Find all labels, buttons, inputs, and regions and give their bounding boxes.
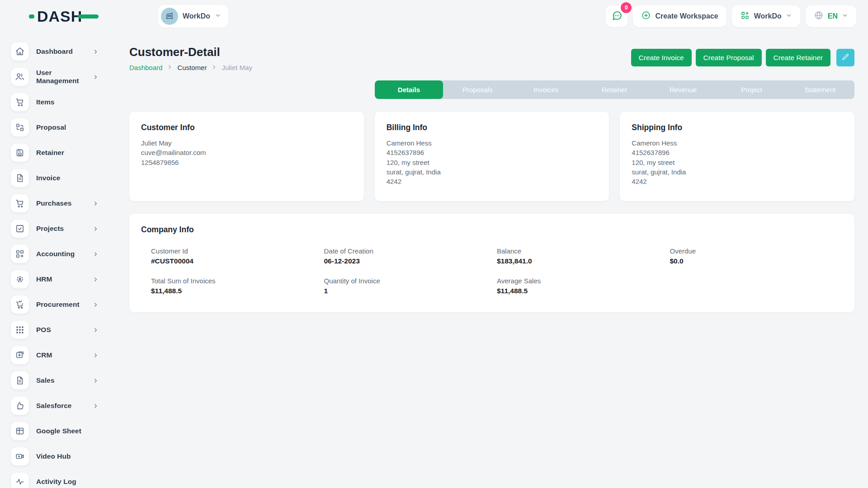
cart-icon xyxy=(11,93,29,111)
language-code: EN xyxy=(828,12,838,20)
info-line: surat, gujrat, India xyxy=(632,167,843,177)
topbar: DASH WorkDo 0 Create Workspace WorkDo EN xyxy=(0,0,868,33)
info-line: cuve@mailinator.com xyxy=(141,148,352,157)
sidebar-item-items[interactable]: Items xyxy=(11,93,106,111)
info-line: 4242 xyxy=(387,177,598,186)
edit-customer-button[interactable] xyxy=(836,49,854,66)
messages-button[interactable]: 0 xyxy=(606,5,627,27)
sidebar-item-google-sheet[interactable]: Google Sheet xyxy=(11,422,106,440)
chevron-right-icon xyxy=(93,74,99,80)
field-value: $11,488.5 xyxy=(497,287,670,295)
chevron-right-icon xyxy=(93,277,99,282)
sidebar-item-label: Sales xyxy=(36,376,85,385)
tab-retainer[interactable]: Retainer xyxy=(580,80,649,99)
billing-info-lines: Cameron Hess4152637896120, my streetsura… xyxy=(387,138,598,186)
chevron-right-icon xyxy=(93,201,99,206)
activity-icon xyxy=(11,473,29,488)
sidebar-item-procurement[interactable]: Procurement xyxy=(11,296,106,314)
tab-invoices[interactable]: Invoices xyxy=(512,80,580,99)
workdo-menu[interactable]: WorkDo xyxy=(732,5,800,27)
chat-icon xyxy=(611,10,623,23)
chevron-right-icon xyxy=(167,64,173,71)
main-content: Customer-Detail Dashboard Customer Julie… xyxy=(114,33,868,312)
sidebar-item-label: Google Sheet xyxy=(36,427,106,435)
customer-info-lines: Juliet Maycuve@mailinator.com1254879856 xyxy=(141,138,352,167)
sidebar-item-sales[interactable]: Sales xyxy=(11,371,106,389)
sidebar-item-invoice[interactable]: Invoice xyxy=(11,169,106,187)
create-workspace-button[interactable]: Create Workspace xyxy=(633,5,726,27)
sidebar-item-user-management[interactable]: User Management xyxy=(11,68,106,86)
page-actions: Create Invoice Create Proposal Create Re… xyxy=(631,49,854,66)
sidebar-item-label: User Management xyxy=(36,69,85,85)
sidebar-item-label: Retainer xyxy=(36,149,106,157)
logo-dash-icon xyxy=(29,14,34,19)
chevron-right-icon xyxy=(93,352,99,358)
sidebar-item-dashboard[interactable]: Dashboard xyxy=(11,42,106,61)
tab-details[interactable]: Details xyxy=(375,80,443,99)
file-text-icon xyxy=(11,371,29,389)
building-icon xyxy=(161,8,178,25)
company-info-grid: Customer Id#CUST00004Date of Creation06-… xyxy=(141,247,843,300)
field-value: $11,488.5 xyxy=(151,287,324,295)
sidebar-item-projects[interactable]: Projects xyxy=(11,220,106,238)
company-field-total-sum-of-invoices: Total Sum of Invoices$11,488.5 xyxy=(151,277,324,295)
workspace-selector[interactable]: WorkDo xyxy=(158,5,228,28)
sidebar-item-crm[interactable]: CRM xyxy=(11,346,106,364)
create-proposal-button[interactable]: Create Proposal xyxy=(696,49,762,66)
billing-info-title: Billing Info xyxy=(387,123,598,132)
shipping-info-title: Shipping Info xyxy=(632,123,843,132)
customer-info-title: Customer Info xyxy=(141,123,352,132)
info-line: Cameron Hess xyxy=(387,138,598,148)
sidebar-item-proposal[interactable]: Proposal xyxy=(11,118,106,136)
sidebar-item-label: Salesforce xyxy=(36,402,85,410)
cart-chart-icon xyxy=(11,296,29,314)
home-icon xyxy=(11,42,29,61)
create-retainer-button[interactable]: Create Retainer xyxy=(766,49,830,66)
sidebar-item-label: Items xyxy=(36,98,106,106)
tab-statement[interactable]: Statement xyxy=(786,80,854,99)
sidebar-item-activity-log[interactable]: Activity Log xyxy=(11,473,106,488)
chevron-right-icon xyxy=(93,302,99,308)
logo-bar-icon xyxy=(78,14,99,19)
save-icon xyxy=(11,144,29,162)
info-line: 4242 xyxy=(632,177,843,186)
company-field-balance: Balance$183,841.0 xyxy=(497,247,670,265)
sidebar-item-label: HRM xyxy=(36,275,85,283)
chevron-right-icon xyxy=(93,226,99,232)
company-info-card: Company Info Customer Id#CUST00004Date o… xyxy=(129,214,854,312)
field-value: 1 xyxy=(324,287,497,295)
breadcrumb-customer[interactable]: Customer xyxy=(177,64,207,71)
tab-revenue[interactable]: Revenue xyxy=(649,80,717,99)
tab-project[interactable]: Project xyxy=(717,80,786,99)
page-header: Customer-Detail Dashboard Customer Julie… xyxy=(129,45,854,71)
breadcrumb-dashboard[interactable]: Dashboard xyxy=(129,64,162,71)
sidebar-item-accounting[interactable]: Accounting xyxy=(11,245,106,263)
topbar-right: 0 Create Workspace WorkDo EN xyxy=(606,5,856,27)
create-invoice-button[interactable]: Create Invoice xyxy=(631,49,692,66)
sidebar-nav: DashboardUser ManagementItemsProposalRet… xyxy=(0,34,114,488)
create-workspace-label: Create Workspace xyxy=(655,12,718,20)
sidebar-item-purchases[interactable]: Purchases xyxy=(11,194,106,212)
language-selector[interactable]: EN xyxy=(806,5,856,27)
sidebar-item-label: Invoice xyxy=(36,174,106,182)
company-info-title: Company Info xyxy=(141,225,843,235)
workspace-name: WorkDo xyxy=(183,12,210,20)
field-label: Balance xyxy=(497,247,670,255)
workdo-menu-label: WorkDo xyxy=(754,12,782,20)
detail-tabs: DetailsProposalsInvoicesRetainerRevenueP… xyxy=(375,80,854,99)
field-label: Customer Id xyxy=(151,247,324,255)
sidebar-item-salesforce[interactable]: Salesforce xyxy=(11,397,106,415)
field-label: Total Sum of Invoices xyxy=(151,277,324,285)
chevron-right-icon xyxy=(93,251,99,257)
tab-proposals[interactable]: Proposals xyxy=(443,80,512,99)
chevron-right-icon xyxy=(93,327,99,333)
sidebar-item-label: POS xyxy=(36,326,85,334)
sidebar-item-retainer[interactable]: Retainer xyxy=(11,144,106,162)
info-line: 4152637896 xyxy=(632,148,843,157)
sidebar-item-video-hub[interactable]: Video Hub xyxy=(11,447,106,465)
chevron-down-icon xyxy=(786,12,792,20)
chevron-right-icon xyxy=(93,378,99,384)
info-line: 120, my street xyxy=(632,158,843,167)
sidebar-item-hrm[interactable]: HRM xyxy=(11,270,106,288)
sidebar-item-pos[interactable]: POS xyxy=(11,321,106,339)
